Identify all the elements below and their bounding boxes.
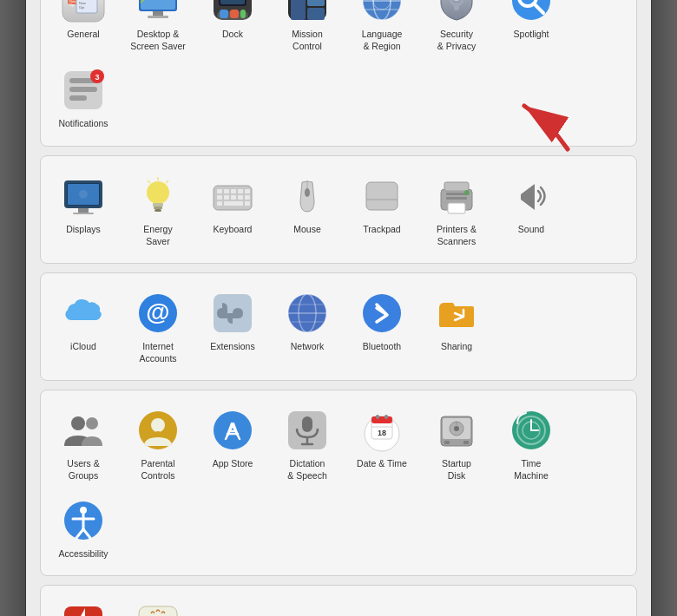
parental-icon bbox=[135, 408, 181, 453]
pref-mouse[interactable]: Mouse bbox=[272, 167, 343, 252]
svg-rect-67 bbox=[224, 195, 229, 200]
keyboard-icon bbox=[210, 174, 255, 219]
dock-label: Dock bbox=[222, 29, 243, 41]
svg-rect-117 bbox=[444, 441, 450, 444]
personal-grid: File New Op... File New Opt General bbox=[48, 0, 629, 135]
sound-label: Sound bbox=[518, 224, 544, 236]
svg-rect-69 bbox=[238, 195, 243, 200]
timemachine-icon bbox=[509, 408, 554, 453]
pref-timemachine[interactable]: TimeMachine bbox=[496, 401, 567, 487]
svg-rect-10 bbox=[141, 0, 175, 10]
svg-rect-43 bbox=[69, 87, 97, 92]
svg-point-96 bbox=[71, 416, 85, 430]
pref-icloud[interactable]: iCloud bbox=[48, 284, 119, 370]
pref-extensions[interactable]: Extensions bbox=[197, 284, 268, 370]
pref-general[interactable]: File New Op... File New Opt General bbox=[48, 0, 119, 57]
pref-java[interactable]: JAVA Java bbox=[122, 596, 194, 616]
svg-rect-18 bbox=[240, 10, 246, 18]
desktop-label: Desktop &Screen Saver bbox=[130, 29, 186, 52]
pref-displays[interactable]: Displays bbox=[48, 167, 119, 252]
notifications-icon: 3 bbox=[61, 68, 106, 113]
svg-rect-65 bbox=[245, 189, 250, 193]
svg-point-38 bbox=[512, 0, 550, 20]
pref-security[interactable]: Security& Privacy bbox=[421, 0, 492, 57]
sharing-label: Sharing bbox=[441, 341, 472, 353]
energy-label: EnergySaver bbox=[143, 224, 172, 247]
pref-datetime[interactable]: 18 Date & Time bbox=[346, 401, 417, 487]
pref-dictation[interactable]: Dictation& Speech bbox=[272, 401, 343, 487]
pref-spotlight[interactable]: Spotlight bbox=[496, 0, 567, 57]
svg-text:Opt: Opt bbox=[79, 5, 85, 10]
content-area: File New Op... File New Opt General bbox=[26, 0, 651, 616]
notifications-label: Notifications bbox=[58, 118, 108, 130]
pref-users[interactable]: Users &Groups bbox=[48, 401, 119, 487]
svg-rect-80 bbox=[446, 197, 467, 200]
svg-point-120 bbox=[454, 426, 459, 431]
svg-rect-16 bbox=[220, 10, 228, 18]
svg-rect-64 bbox=[238, 189, 243, 193]
desktop-icon bbox=[135, 0, 181, 23]
svg-rect-12 bbox=[153, 11, 163, 16]
pref-language[interactable]: Language& Region bbox=[346, 0, 417, 57]
datetime-icon: 18 bbox=[359, 408, 404, 453]
flash-icon bbox=[61, 603, 106, 616]
svg-rect-20 bbox=[220, 0, 245, 4]
startup-icon bbox=[434, 408, 479, 453]
svg-rect-81 bbox=[444, 182, 469, 191]
pref-accessibility[interactable]: Accessibility bbox=[48, 491, 119, 566]
pref-energy[interactable]: EnergySaver bbox=[122, 167, 194, 252]
displays-icon bbox=[61, 174, 106, 219]
system-grid: Users &Groups bbox=[48, 401, 629, 565]
pref-trackpad[interactable]: Trackpad bbox=[346, 167, 417, 252]
pref-appstore[interactable]: A App Store bbox=[197, 401, 268, 487]
trackpad-icon bbox=[359, 174, 404, 219]
svg-rect-134 bbox=[139, 606, 177, 616]
printers-icon bbox=[434, 174, 479, 219]
section-personal: File New Op... File New Opt General bbox=[40, 0, 637, 147]
dictation-icon bbox=[285, 408, 330, 453]
svg-point-99 bbox=[151, 418, 165, 432]
pref-flash[interactable]: Flash Player bbox=[48, 596, 119, 616]
mission-icon bbox=[285, 0, 330, 23]
svg-point-97 bbox=[86, 417, 98, 429]
parental-label: ParentalControls bbox=[141, 458, 174, 482]
pref-parental[interactable]: ParentalControls bbox=[122, 401, 194, 487]
pref-notifications[interactable]: 3 Notifications bbox=[48, 61, 119, 135]
icloud-icon bbox=[61, 291, 106, 336]
security-label: Security& Privacy bbox=[437, 29, 476, 52]
svg-rect-23 bbox=[291, 0, 306, 20]
svg-text:Op...: Op... bbox=[69, 3, 77, 7]
pref-startup[interactable]: StartupDisk bbox=[421, 401, 492, 487]
other-grid: Flash Player bbox=[48, 596, 629, 616]
svg-text:3: 3 bbox=[95, 73, 99, 82]
svg-point-75 bbox=[305, 188, 310, 197]
general-label: General bbox=[67, 29, 99, 41]
pref-bluetooth[interactable]: Bluetooth bbox=[346, 284, 417, 370]
timemachine-label: TimeMachine bbox=[514, 458, 549, 482]
svg-rect-34 bbox=[454, 3, 459, 10]
pref-desktop[interactable]: Desktop &Screen Saver bbox=[122, 0, 194, 57]
spotlight-icon bbox=[509, 0, 554, 23]
java-icon: JAVA bbox=[135, 603, 181, 616]
language-label: Language& Region bbox=[362, 29, 403, 52]
accessibility-label: Accessibility bbox=[58, 548, 108, 560]
svg-rect-105 bbox=[302, 416, 312, 432]
pref-printers[interactable]: Printers &Scanners bbox=[421, 167, 492, 252]
energy-icon bbox=[135, 174, 181, 219]
displays-label: Displays bbox=[66, 224, 101, 236]
svg-text:@: @ bbox=[146, 298, 169, 325]
pref-keyboard[interactable]: Keyboard bbox=[197, 167, 268, 252]
pref-sound[interactable]: Sound bbox=[496, 167, 567, 252]
pref-dock[interactable]: Dock bbox=[197, 0, 268, 57]
pref-mission[interactable]: MissionControl bbox=[272, 0, 343, 57]
pref-sharing[interactable]: Sharing bbox=[421, 284, 492, 370]
pref-internet-accounts[interactable]: @ InternetAccounts bbox=[122, 284, 194, 370]
svg-rect-79 bbox=[446, 193, 467, 195]
internet-accounts-label: InternetAccounts bbox=[139, 341, 176, 364]
pref-network[interactable]: Network bbox=[272, 284, 343, 370]
users-label: Users &Groups bbox=[67, 458, 99, 482]
svg-point-83 bbox=[464, 190, 470, 195]
internet-accounts-icon: @ bbox=[135, 291, 181, 336]
svg-rect-63 bbox=[231, 189, 236, 193]
svg-point-100 bbox=[155, 431, 161, 436]
